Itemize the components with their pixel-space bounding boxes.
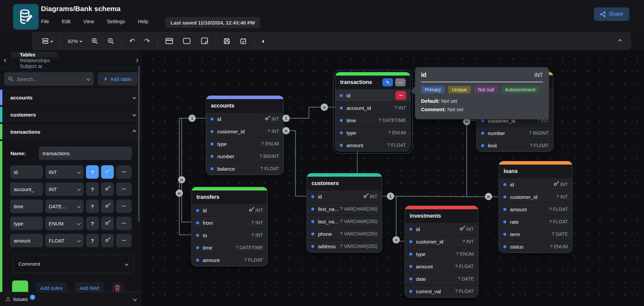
canvas-table[interactable]: loans id INT <box>499 161 572 253</box>
table-accordion-row[interactable]: customers <box>0 107 142 122</box>
sidebar-tab[interactable]: Relationships <box>11 57 58 63</box>
table-field-row[interactable]: type ? ENUM <box>206 137 283 150</box>
table-field-row[interactable]: limit ? FLOAT <box>477 139 553 151</box>
search-box[interactable] <box>4 72 94 86</box>
table-header[interactable]: loans <box>499 165 572 178</box>
table-field-row[interactable]: amount ? FLOAT <box>335 139 410 151</box>
field-primary-key-button[interactable] <box>101 217 114 230</box>
sidebar-tab[interactable]: Subject ar <box>11 63 58 69</box>
table-field-row[interactable]: type ? ENUM <box>335 126 410 139</box>
table-field-row[interactable]: to ? INT <box>192 229 267 241</box>
zoom-in-button[interactable] <box>89 36 100 46</box>
table-accordion-row[interactable]: accounts <box>0 90 142 105</box>
table-field-row[interactable]: amount ? FLOAT <box>405 260 478 272</box>
field-primary-key-button[interactable] <box>101 234 114 247</box>
field-type-select[interactable]: DATE... <box>45 200 84 213</box>
field-type-select[interactable]: FLOAT <box>45 234 84 247</box>
field-name-input[interactable] <box>10 234 43 247</box>
field-more-button[interactable]: ••• <box>116 200 132 213</box>
tabs-scroll-right[interactable] <box>132 59 142 62</box>
table-field-row[interactable]: status ? ENUM <box>499 240 572 253</box>
table-field-row[interactable]: balance ? FLOAT <box>206 162 283 175</box>
todo-button[interactable] <box>238 36 249 46</box>
table-header[interactable]: investments <box>405 209 478 223</box>
table-field-row[interactable]: term ? DATE <box>499 228 572 240</box>
table-field-row[interactable]: customer_id ? INT <box>499 190 572 203</box>
field-more-button[interactable]: ••• <box>116 217 132 230</box>
collapse-toolbar-button[interactable] <box>616 38 623 44</box>
field-primary-key-button[interactable] <box>101 200 114 213</box>
table-field-row[interactable]: customer_id ? INT <box>206 125 283 137</box>
sidebar-tab[interactable]: Tables <box>11 52 58 57</box>
zoom-out-button[interactable] <box>105 36 116 46</box>
field-nullable-button[interactable]: ? <box>86 200 99 213</box>
edit-table-button[interactable]: ✎ <box>382 78 393 86</box>
table-field-row[interactable]: id − <box>335 89 410 101</box>
add-table-button[interactable]: + Add table <box>98 72 138 86</box>
canvas-table[interactable]: accounts id INT <box>206 95 284 175</box>
add-note-tool-button[interactable] <box>198 36 210 46</box>
table-field-row[interactable]: address ? VARCHAR(255) <box>307 240 382 252</box>
table-field-row[interactable]: date ? DATE <box>405 272 478 285</box>
field-nullable-button[interactable]: ? <box>86 165 99 179</box>
table-field-row[interactable]: phone ? VARCHAR(255) <box>307 227 382 240</box>
canvas-table[interactable]: transfers id INT <box>191 187 268 266</box>
field-type-select[interactable]: ENUM <box>45 217 84 230</box>
table-field-row[interactable]: number ? BIGINT <box>477 127 553 139</box>
table-field-row[interactable]: number ? BIGINT <box>206 150 283 162</box>
table-more-button[interactable]: ••• <box>395 78 406 86</box>
table-field-row[interactable]: account_id ? INT <box>335 101 410 114</box>
table-field-row[interactable]: id INT <box>206 113 283 125</box>
add-table-tool-button[interactable] <box>163 36 175 46</box>
menu-item[interactable]: Settings <box>107 18 125 24</box>
table-field-row[interactable]: customer_id ? INT <box>405 235 478 248</box>
menu-item[interactable]: View <box>83 18 94 24</box>
menu-item[interactable]: Edit <box>62 18 71 24</box>
diagram-canvas[interactable]: customer_id ? INT number ? BIGINT <box>142 50 644 306</box>
table-field-row[interactable]: type ? ENUM <box>405 248 478 260</box>
diagram-layout-button[interactable] <box>40 37 55 45</box>
delete-field-button[interactable]: − <box>396 91 406 100</box>
canvas-table[interactable]: customers id INT <box>307 173 382 253</box>
table-header[interactable]: accounts <box>206 99 283 113</box>
table-field-row[interactable]: time ? DATETIME <box>192 241 267 254</box>
field-nullable-button[interactable]: ? <box>86 217 99 230</box>
canvas-table[interactable]: investments id INT <box>405 206 478 298</box>
field-primary-key-button[interactable] <box>101 182 114 196</box>
field-more-button[interactable]: ••• <box>116 182 132 196</box>
table-accordion-row[interactable]: transactions <box>0 124 142 139</box>
table-field-row[interactable]: amount ? FLOAT <box>192 254 267 266</box>
field-type-select[interactable]: INT <box>45 165 84 179</box>
menu-item[interactable]: Help <box>138 18 148 24</box>
field-nullable-button[interactable]: ? <box>86 182 99 196</box>
search-input[interactable] <box>17 76 84 82</box>
table-header[interactable]: transfers <box>192 190 267 204</box>
table-name-input[interactable] <box>39 146 132 160</box>
table-field-row[interactable]: amount ? FLOAT <box>499 203 572 215</box>
canvas-table[interactable]: transactions ✎ ••• id − <box>335 72 411 151</box>
table-field-row[interactable]: current_val ? FLOAT <box>405 285 478 297</box>
table-field-row[interactable]: rate ? FLOAT <box>499 215 572 228</box>
field-name-input[interactable] <box>10 200 43 213</box>
zoom-level-dropdown[interactable]: 82% <box>66 37 84 45</box>
comment-section[interactable]: Comment <box>13 255 134 273</box>
menu-item[interactable]: File <box>41 18 49 24</box>
field-primary-key-button[interactable] <box>101 165 114 179</box>
chevron-down-icon[interactable] <box>86 77 90 81</box>
tabs-scroll-left[interactable] <box>0 59 11 62</box>
table-field-row[interactable]: id INT <box>499 178 572 190</box>
table-field-row[interactable]: id INT <box>192 204 267 216</box>
field-nullable-button[interactable]: ? <box>86 234 99 247</box>
table-field-row[interactable]: id INT <box>307 190 382 203</box>
issues-bar[interactable]: ⚠ Issues 0 <box>0 292 142 306</box>
add-area-tool-button[interactable] <box>181 36 193 46</box>
table-field-row[interactable]: last_na... ? VARCHAR(255) <box>307 215 382 227</box>
field-more-button[interactable]: ••• <box>116 234 132 247</box>
share-button[interactable]: Share <box>594 7 629 21</box>
field-type-select[interactable]: INT <box>45 182 84 196</box>
table-header[interactable]: transactions ✎ ••• <box>335 76 410 89</box>
table-field-row[interactable]: time ? DATETIME <box>335 114 410 126</box>
theme-toggle-button[interactable]: ◐ <box>260 36 268 46</box>
field-more-button[interactable]: ••• <box>116 165 132 179</box>
undo-button[interactable]: ↶ <box>127 36 137 46</box>
